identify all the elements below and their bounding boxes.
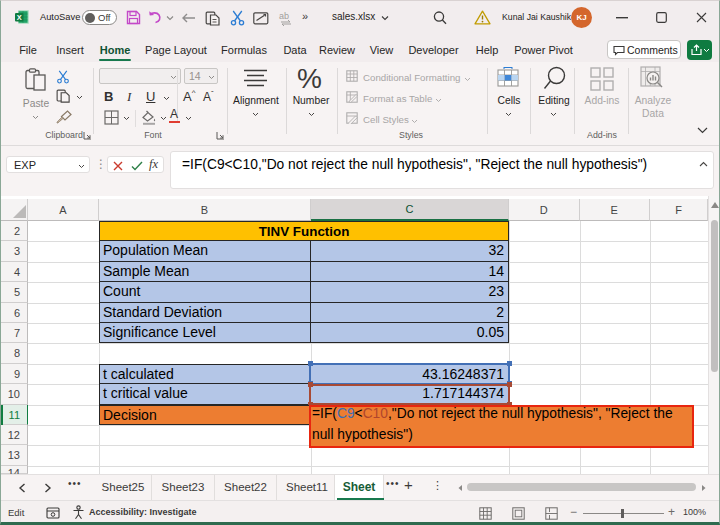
svg-text:ab: ab	[279, 11, 289, 21]
svg-text:X: X	[17, 13, 22, 22]
